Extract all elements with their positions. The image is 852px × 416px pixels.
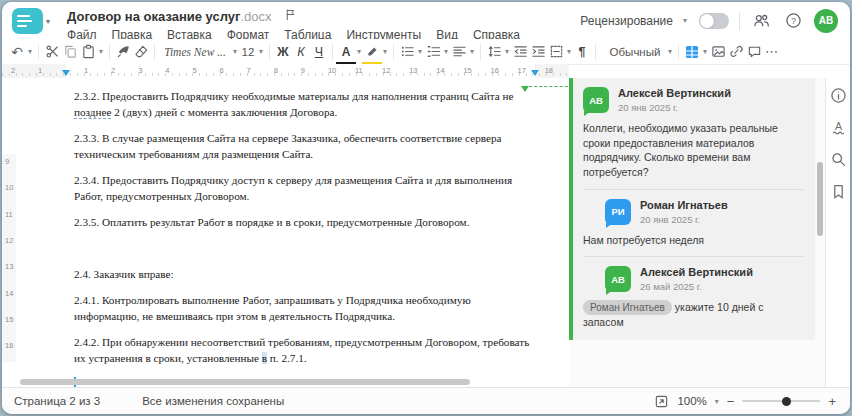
help-icon[interactable]: ? bbox=[782, 10, 804, 32]
paragraph-borders-button[interactable] bbox=[547, 42, 565, 62]
numbered-list-caret-icon[interactable]: ▾ bbox=[442, 42, 450, 62]
document-page[interactable]: 2.3.2. Предоставить Подрядчику необходим… bbox=[16, 78, 569, 388]
p1-commented-word[interactable]: позднее bbox=[74, 106, 111, 119]
document-area: 91011121314151617181920 2.3.2. Предостав… bbox=[2, 78, 850, 388]
undo-button[interactable]: ↶ bbox=[8, 42, 26, 62]
p1-text[interactable]: 2.3.2. Предоставить Подрядчику необходим… bbox=[74, 90, 514, 102]
font-family-select[interactable]: Times New ... bbox=[159, 42, 231, 62]
app-menu-caret-icon[interactable]: ▾ bbox=[46, 17, 50, 26]
bullet-list-button[interactable] bbox=[398, 42, 416, 62]
paragraph-2-4[interactable]: 2.4. Заказчик вправе: bbox=[74, 267, 560, 283]
insert-link-button[interactable] bbox=[727, 42, 745, 62]
font-color-caret-icon[interactable]: ▾ bbox=[355, 42, 363, 62]
font-size-caret-icon[interactable]: ▾ bbox=[257, 42, 265, 62]
right-indent-marker[interactable] bbox=[531, 70, 539, 76]
paragraph-2-3-3[interactable]: 2.3.3. В случае размещения Сайта на серв… bbox=[74, 131, 560, 162]
reply-text: Нам потребуется неделя bbox=[583, 233, 805, 248]
reply-date: 26 май 2025 г. bbox=[640, 281, 753, 292]
cut-button[interactable] bbox=[43, 42, 61, 62]
numbered-list-button[interactable] bbox=[424, 42, 442, 62]
paragraph-2-3-5[interactable]: 2.3.5. Оплатить результат Работ в порядк… bbox=[74, 215, 560, 231]
review-caret-icon[interactable]: ▾ bbox=[683, 16, 687, 25]
reply-author-avatar: РИ bbox=[605, 199, 631, 225]
paragraph-2-4-1[interactable]: 2.4.1. Контролировать выполнение Работ, … bbox=[74, 293, 560, 324]
comment-reply[interactable]: РИ Роман Игнатьев 20 янв 2025 г. Нам пот… bbox=[583, 199, 805, 248]
reply-author-name: Алексей Вертинский bbox=[640, 266, 753, 278]
font-color-button[interactable]: А bbox=[337, 42, 355, 62]
paste-caret-icon[interactable]: ▾ bbox=[97, 42, 105, 62]
info-icon[interactable] bbox=[829, 86, 847, 104]
flag-icon[interactable] bbox=[284, 7, 297, 25]
style-caret-icon[interactable]: ▾ bbox=[666, 42, 674, 62]
reply-text: Роман Игнатьев укажите 10 дней с запасом bbox=[583, 300, 805, 330]
fit-width-button[interactable] bbox=[654, 394, 669, 409]
font-size-select[interactable]: 12 bbox=[239, 42, 257, 62]
p7-text-rest[interactable]: п. 2.7.1. bbox=[267, 352, 307, 364]
comment-anchor-line bbox=[524, 86, 569, 87]
bullet-list-caret-icon[interactable]: ▾ bbox=[416, 42, 424, 62]
document-text[interactable]: 2.3.2. Предоставить Подрядчику необходим… bbox=[74, 89, 560, 388]
underline-button[interactable]: Ч bbox=[310, 42, 328, 62]
italic-button[interactable]: К bbox=[292, 42, 310, 62]
insert-table-button[interactable] bbox=[683, 42, 701, 62]
mention-chip[interactable]: Роман Игнатьев bbox=[583, 300, 672, 315]
comment-text: Коллеги, необходимо указать реальные сро… bbox=[583, 121, 805, 180]
horizontal-ruler[interactable]: 21123456789101112131415161718 bbox=[2, 64, 569, 79]
spellcheck-icon[interactable]: А bbox=[829, 118, 847, 136]
highlight-color-button[interactable] bbox=[363, 42, 381, 62]
align-caret-icon[interactable]: ▾ bbox=[468, 42, 476, 62]
comment-thread[interactable]: АВ Алексей Вертинский 20 янв 2025 г. Кол… bbox=[569, 78, 815, 340]
comment-author-avatar: АВ bbox=[583, 87, 609, 113]
svg-text:А: А bbox=[834, 119, 842, 131]
right-sidebar: А bbox=[825, 78, 850, 388]
line-spacing-button[interactable] bbox=[485, 42, 503, 62]
align-button[interactable] bbox=[450, 42, 468, 62]
app-logo-icon[interactable] bbox=[12, 8, 43, 34]
bold-button[interactable]: Ж bbox=[274, 42, 292, 62]
left-indent-marker[interactable] bbox=[62, 70, 70, 76]
review-toggle[interactable] bbox=[699, 13, 729, 29]
zoom-slider-thumb[interactable] bbox=[782, 397, 791, 406]
collaborators-icon[interactable] bbox=[750, 10, 772, 32]
horizontal-scrollbar[interactable] bbox=[20, 379, 470, 385]
undo-caret-icon[interactable]: ▾ bbox=[26, 42, 34, 62]
font-family-caret-icon[interactable]: ▾ bbox=[231, 42, 239, 62]
zoom-slider[interactable] bbox=[742, 400, 820, 402]
comments-scrollbar[interactable] bbox=[817, 162, 823, 236]
header: ▾ Договор на оказание услуг .docx Файл П… bbox=[2, 2, 850, 39]
zoom-in-button[interactable]: + bbox=[828, 394, 836, 409]
toolbar-more-button[interactable]: ⋯ bbox=[763, 42, 781, 62]
show-formatting-marks-button[interactable]: ¶ bbox=[573, 42, 591, 62]
review-mode-label[interactable]: Рецензирование bbox=[580, 14, 673, 28]
comment-date: 20 янв 2025 г. bbox=[618, 102, 731, 113]
zoom-caret-icon[interactable]: ▾ bbox=[715, 397, 719, 406]
increase-indent-button[interactable] bbox=[529, 42, 547, 62]
p1-text-rest[interactable]: 2 (двух) дней с момента заключения Догов… bbox=[111, 106, 337, 118]
zoom-level[interactable]: 100% bbox=[677, 395, 706, 407]
decrease-indent-button[interactable] bbox=[511, 42, 529, 62]
borders-caret-icon[interactable]: ▾ bbox=[565, 42, 573, 62]
comment-reply[interactable]: АВ Алексей Вертинский 26 май 2025 г. Ром… bbox=[583, 266, 805, 330]
document-extension: .docx bbox=[240, 9, 271, 24]
line-spacing-caret-icon[interactable]: ▾ bbox=[503, 42, 511, 62]
insert-comment-button[interactable] bbox=[745, 42, 763, 62]
format-painter-icon[interactable] bbox=[114, 42, 132, 62]
paragraph-2-3-4[interactable]: 2.3.4. Предоставить Подрядчику доступ к … bbox=[74, 173, 560, 204]
highlight-caret-icon[interactable]: ▾ bbox=[381, 42, 389, 62]
insert-image-button[interactable] bbox=[709, 42, 727, 62]
bookmark-icon[interactable] bbox=[829, 182, 847, 200]
copy-button[interactable] bbox=[61, 42, 79, 62]
search-icon[interactable] bbox=[829, 150, 847, 168]
zoom-out-button[interactable]: − bbox=[727, 394, 735, 409]
comments-panel: АВ Алексей Вертинский 20 янв 2025 г. Кол… bbox=[569, 78, 829, 388]
clear-format-eraser-icon[interactable] bbox=[132, 42, 150, 62]
app-window: ▾ Договор на оказание услуг .docx Файл П… bbox=[2, 2, 850, 414]
table-caret-icon[interactable]: ▾ bbox=[701, 42, 709, 62]
page-indicator[interactable]: Страница 2 из 3 bbox=[14, 395, 100, 407]
save-status: Все изменения сохранены bbox=[142, 395, 284, 407]
reply-author-name: Роман Игнатьев bbox=[640, 199, 728, 211]
paragraph-style-select[interactable]: Обычный bbox=[600, 42, 666, 62]
paste-button[interactable] bbox=[79, 42, 97, 62]
user-avatar[interactable]: АВ bbox=[814, 9, 838, 33]
vertical-ruler[interactable]: 91011121314151617181920 bbox=[2, 154, 16, 362]
